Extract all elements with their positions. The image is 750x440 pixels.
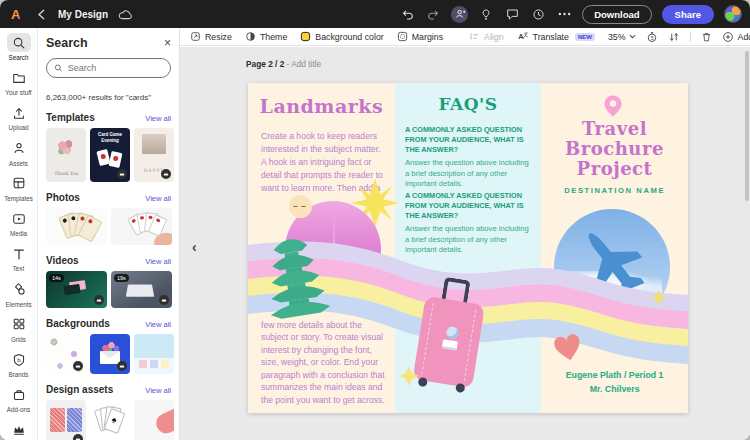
trash-icon — [701, 31, 712, 43]
photos-view-all-link[interactable]: View all — [145, 194, 171, 203]
canvas[interactable]: Page 2 / 2 - Add title ‹ — [180, 47, 750, 440]
download-button[interactable]: Download — [582, 5, 651, 24]
background-color-button[interactable]: Background color — [300, 31, 383, 42]
sidebar-item-premium-member[interactable]: Premium member — [0, 421, 38, 440]
backgrounds-view-all-link[interactable]: View all — [145, 320, 171, 329]
travel-brochure-title[interactable]: Travel Brochure Project — [544, 119, 685, 179]
version-history-icon[interactable] — [530, 6, 546, 22]
asset-thumb-pink-hand[interactable] — [134, 400, 174, 440]
background-color-swatch-icon — [300, 31, 311, 42]
sidebar-item-templates[interactable]: Templates — [0, 174, 38, 202]
asset-thumb-card-backs[interactable] — [46, 400, 86, 440]
template-thumb-card-game-evening[interactable]: Card Game Evening — [90, 128, 130, 182]
add-page-button[interactable]: Add — [722, 31, 750, 43]
premium-crown-badge — [159, 295, 169, 305]
landmarks-paragraph-2[interactable]: few more details about the subject or st… — [261, 319, 387, 406]
margins-button[interactable]: Margins — [397, 31, 443, 42]
templates-icon — [7, 174, 31, 193]
previous-page-chevron[interactable]: ‹ — [192, 239, 197, 255]
design-assets-view-all-link[interactable]: View all — [145, 386, 171, 395]
sidebar-item-assets[interactable]: Assets — [0, 139, 38, 167]
sidebar-item-your-stuff[interactable]: Your stuff — [0, 68, 38, 96]
timer-icon: 5 — [646, 31, 658, 43]
comment-icon[interactable] — [504, 6, 520, 22]
background-thumb-winter-scene[interactable] — [134, 334, 174, 374]
sparkle-icon — [650, 289, 667, 306]
toolbar-divider — [690, 31, 691, 42]
theme-icon — [245, 31, 256, 42]
template-thumb-happy-card[interactable]: HAPPY — [134, 128, 174, 182]
svg-text:A: A — [10, 7, 20, 22]
ideas-lightbulb-icon[interactable] — [478, 6, 494, 22]
photo-thumb-playing-cards[interactable] — [46, 208, 107, 245]
section-photos-title: Photos — [46, 192, 80, 203]
svg-text:A: A — [518, 32, 524, 41]
document-title[interactable]: My Design — [58, 9, 108, 20]
redo-icon[interactable] — [425, 6, 441, 22]
page-timer-button[interactable]: 5 — [646, 31, 658, 43]
reorder-pages-button[interactable] — [668, 31, 680, 43]
video-thumb-card-table[interactable]: 14s — [46, 271, 107, 308]
align-button[interactable]: Align — [469, 31, 504, 42]
premium-crown-badge — [117, 169, 127, 179]
share-button[interactable]: Share — [662, 5, 714, 24]
delete-page-button[interactable] — [701, 31, 712, 43]
flowers-art — [57, 140, 75, 156]
asset-thumb-ace-of-spades-fan[interactable]: ♠ — [90, 400, 130, 440]
video-thumb-laptop[interactable]: 19s — [111, 271, 172, 308]
more-options-icon[interactable] — [556, 6, 572, 22]
top-bar: A My Design — [0, 0, 750, 28]
template-thumb-thank-you-card[interactable]: Thank You — [46, 128, 86, 182]
resize-button[interactable]: Resize — [190, 31, 232, 42]
sidebar-item-search[interactable]: Search — [0, 33, 38, 61]
search-input[interactable] — [68, 63, 163, 73]
brands-shield-icon: b — [7, 350, 31, 369]
sidebar-item-media[interactable]: Media — [0, 209, 38, 237]
reorder-pages-icon — [668, 31, 680, 43]
back-chevron-icon[interactable] — [33, 6, 49, 22]
search-panel: Search × 6,263,000+ results for "cards" … — [38, 28, 180, 440]
new-badge: NEW — [575, 33, 595, 41]
photo-thumb-hand-holding-cards[interactable] — [111, 208, 172, 245]
context-toolbar: Resize Theme Background color Margins Al… — [180, 28, 750, 46]
resize-icon — [190, 31, 201, 42]
sidebar-item-elements[interactable]: Elements — [0, 280, 38, 308]
pagoda-art[interactable] — [258, 229, 333, 324]
adobe-express-logo-icon[interactable]: A — [8, 6, 24, 22]
brochure-page[interactable]: Landmarks Create a hook to keep readers … — [248, 83, 688, 413]
translate-button[interactable]: A Translate NEW — [517, 31, 595, 42]
user-avatar[interactable] — [724, 5, 742, 23]
destination-name-label[interactable]: DESTINATION NAME — [541, 186, 688, 195]
search-icon — [54, 63, 63, 73]
premium-crown-badge — [161, 169, 171, 179]
page-title-hint[interactable]: - Add title — [287, 59, 322, 69]
sidebar-item-text[interactable]: Text — [0, 244, 38, 272]
search-icon — [7, 33, 31, 52]
chevron-down-icon — [629, 34, 636, 39]
background-thumb-flower-envelope[interactable] — [90, 334, 130, 374]
page-meta[interactable]: Page 2 / 2 - Add title — [246, 59, 321, 69]
premium-crown-badge — [73, 434, 83, 440]
templates-view-all-link[interactable]: View all — [145, 114, 171, 123]
premium-crown-badge — [94, 295, 104, 305]
cards-art — [63, 284, 80, 295]
section-videos-title: Videos — [46, 255, 79, 266]
align-icon — [469, 31, 480, 42]
close-icon[interactable]: × — [164, 37, 171, 49]
canvas-scrollbar[interactable] — [745, 51, 749, 201]
sidebar-item-upload[interactable]: Upload — [0, 103, 38, 131]
undo-icon[interactable] — [399, 6, 415, 22]
page-number-label: Page 2 / 2 — [246, 59, 284, 69]
sidebar-item-add-ons[interactable]: Add-ons — [0, 385, 38, 413]
background-thumb-rainbow-pattern[interactable] — [46, 334, 86, 374]
sidebar-item-brands[interactable]: b Brands — [0, 350, 38, 378]
theme-button[interactable]: Theme — [245, 31, 287, 42]
zoom-level-control[interactable]: 35% — [608, 32, 636, 42]
assets-icon — [7, 139, 31, 158]
videos-view-all-link[interactable]: View all — [145, 257, 171, 266]
credits-text[interactable]: Eugene Plath / Period 1 Mr. Chilvers — [541, 369, 688, 396]
sidebar-item-grids[interactable]: Grids — [0, 315, 38, 343]
card-art — [109, 151, 123, 168]
invite-people-icon[interactable] — [451, 6, 468, 23]
elements-icon — [7, 280, 31, 299]
